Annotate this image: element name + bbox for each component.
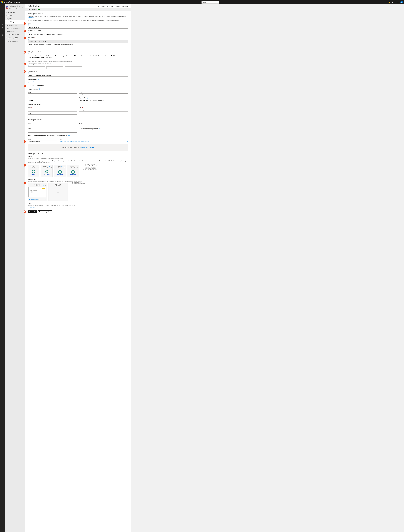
name-input[interactable] <box>28 26 128 29</box>
rail-qual-icon[interactable]: ◯ <box>1 16 3 18</box>
eng-contact-heading: Engineering contact ⓘ <box>28 104 128 105</box>
screenshot-add[interactable]: Screenshot 1280 x 720 ＋ <box>49 183 68 201</box>
italic-icon[interactable]: I <box>37 41 38 42</box>
nav-offer-setup[interactable]: Offer setup <box>5 14 25 17</box>
info-icon[interactable]: ⓘ <box>38 79 39 80</box>
info-icon[interactable]: ⓘ <box>28 32 29 33</box>
info-icon[interactable]: ⓘ <box>28 24 29 25</box>
save-draft-button[interactable]: Save draft <box>28 210 37 213</box>
sc-phone-input[interactable] <box>28 99 77 102</box>
trash-icon[interactable]: 🗑 <box>127 141 128 142</box>
outdent-icon[interactable]: ⇤ <box>43 41 44 42</box>
format-select[interactable]: Normal <box>29 41 33 42</box>
csp-phone-input[interactable] <box>28 130 77 133</box>
info-icon[interactable]: ⓘ <box>99 128 100 129</box>
desc-body[interactable]: This is a sample marketplace offering po… <box>28 43 128 50</box>
ol-icon[interactable]: ≡ <box>41 41 42 42</box>
nav-offer-overview[interactable]: Offer overview <box>5 11 25 14</box>
waffle-icon[interactable]: ✥ <box>392 1 393 3</box>
gs-input[interactable]: Select the offer from the Azure Marketpl… <box>28 55 128 60</box>
rail-case-icon[interactable]: 🗄 <box>1 34 3 36</box>
close-icon[interactable]: ✕ <box>51 167 52 169</box>
close-icon[interactable]: ✕ <box>77 167 78 169</box>
nav-plan-overview[interactable]: Plan overview <box>5 30 25 33</box>
logo-card-wide[interactable]: Wide * ⓘ255 x 115✕contoso <box>67 165 79 177</box>
csp-email-input[interactable] <box>79 124 128 127</box>
search-icon: 🔍 <box>202 1 204 3</box>
help-icon[interactable]: ? <box>395 1 396 3</box>
nav-co-sell-with-microsoft[interactable]: Co-sell with Microsoft <box>5 33 25 36</box>
ul-icon[interactable]: ≣ <box>39 41 40 42</box>
info-icon[interactable]: ⓘ <box>39 89 40 90</box>
doc-name-input[interactable] <box>28 140 57 143</box>
screenshot-1-thumb[interactable]: contosoAll Offer Subscriptions··· ··· ··… <box>28 187 46 197</box>
ec-phone-input[interactable] <box>28 114 77 117</box>
info-icon[interactable]: ⓘ <box>68 135 69 136</box>
ms-logo-icon <box>1 1 3 3</box>
preview-icon[interactable]: ◇ <box>126 43 127 45</box>
logo-card-medium[interactable]: Medium * ⓘ90 x 90✕contoso <box>41 165 53 177</box>
rail-chart-icon[interactable]: 〽 <box>1 30 3 32</box>
edit-icon[interactable]: ✎ <box>45 198 46 200</box>
avatar[interactable]: ◉ <box>400 1 403 3</box>
step-6-badge: 6 <box>24 70 26 73</box>
doc-file-link[interactable]: OfferListing-SupportDocuments-SupportInf… <box>60 141 89 142</box>
info-icon[interactable]: ⓘ <box>28 72 29 74</box>
close-icon[interactable]: ✕ <box>38 167 39 169</box>
indent-icon[interactable]: ⇥ <box>45 41 46 42</box>
rail-analytics-icon[interactable]: ▤ <box>1 23 3 25</box>
rail-marketplace-icon[interactable]: ◐ <box>1 19 3 21</box>
add-video[interactable]: ＋Add video <box>28 207 128 209</box>
sc-url-input[interactable] <box>79 99 128 102</box>
rich-toolbar[interactable]: Normal | B I ≣ ≡ ⇤ ⇥ <box>28 40 128 43</box>
nav-technical-configuration[interactable]: Technical configuration <box>5 27 25 30</box>
compare-action[interactable]: ⧉ Compare <box>107 6 114 7</box>
gear-icon[interactable]: ⚙ <box>397 1 399 3</box>
search-input[interactable] <box>202 1 219 4</box>
bell-icon[interactable]: 🔔 <box>388 1 390 3</box>
ec-email-input[interactable] <box>79 109 128 112</box>
kw2-input[interactable] <box>46 66 63 69</box>
info-icon[interactable]: ⓘ <box>87 97 88 99</box>
sc-name-input[interactable] <box>28 93 77 96</box>
rail-menu-icon[interactable]: ≡ <box>1 5 3 7</box>
pp-input[interactable] <box>28 74 128 76</box>
close-icon[interactable]: ✕ <box>45 185 46 186</box>
save-draft-action[interactable]: 💾 Save draft <box>98 6 106 7</box>
csp-name-input[interactable] <box>28 124 77 127</box>
info-icon[interactable]: ⓘ <box>42 104 43 105</box>
info-icon[interactable]: ⓘ <box>32 139 33 140</box>
rail-people-icon[interactable]: ◔ <box>1 12 3 14</box>
info-icon[interactable]: ⓘ <box>28 65 29 66</box>
doc-dropzone[interactable]: Drag your document here (.pdf) or browse… <box>28 144 128 151</box>
kw1-input[interactable] <box>28 66 45 69</box>
learn-more-link[interactable]: Learn more <box>28 17 34 19</box>
kw3-input[interactable] <box>65 66 82 69</box>
logo-card-large[interactable]: Large * ⓘ216 x 216✕contoso <box>54 165 66 177</box>
info-icon[interactable]: ⓘ <box>43 119 44 120</box>
logo-card-small[interactable]: Small * ⓘ48 x 48✕contoso <box>28 165 39 177</box>
nav-properties[interactable]: Properties <box>5 17 25 20</box>
review-publish-action[interactable]: ↻ Review and publish <box>115 6 128 7</box>
nav-offer-listing[interactable]: Offer listing <box>5 20 25 24</box>
rail-user-icon[interactable]: ♟ <box>1 27 3 29</box>
nav-offer-id-msmpdbdm[interactable]: Offer ID: msmpdbdm <box>5 40 25 43</box>
zoom-icon[interactable]: 🔍 <box>43 185 44 186</box>
nav-resell-through-csps[interactable]: Resell through CSPs <box>5 36 25 40</box>
add-link[interactable]: +Add a link <box>28 81 128 83</box>
info-icon[interactable]: ⓘ <box>28 53 29 54</box>
review-publish-button[interactable]: Review and publish <box>38 210 52 213</box>
offer-badge-icon: ◫ <box>6 6 8 9</box>
swap-icon[interactable]: ⇄ <box>22 6 24 8</box>
info-icon[interactable]: ⓘ <box>28 39 29 40</box>
bold-icon[interactable]: B <box>35 41 36 42</box>
rail-home-icon[interactable]: ⛶ <box>1 8 3 11</box>
browse-files-link[interactable]: browse your files here <box>81 147 94 148</box>
sc-email-input[interactable] <box>79 93 128 96</box>
csp-mat-input[interactable] <box>79 130 128 133</box>
srs-input[interactable] <box>28 33 128 36</box>
screenshot-1-caption[interactable]: All Offer Subscriptions <box>29 199 40 200</box>
close-icon[interactable]: ✕ <box>64 167 65 169</box>
nav-preview-audience[interactable]: Preview audience <box>5 24 25 27</box>
ec-name-input[interactable] <box>28 109 77 112</box>
